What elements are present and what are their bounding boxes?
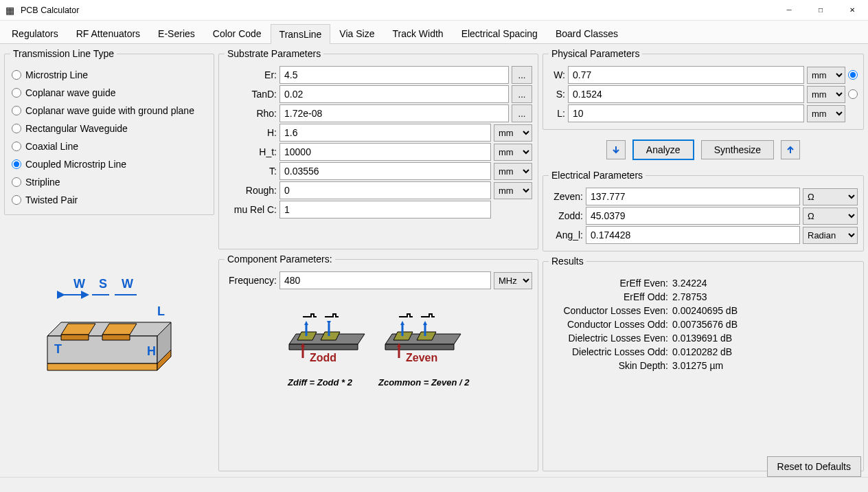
window-title: PCB Calculator [21,5,773,15]
linetype-stripline[interactable]: Stripline [10,173,208,191]
substrate-5-unit-select[interactable]: mm [494,163,532,180]
substrate-0-input[interactable] [279,66,509,84]
linetype-radio[interactable] [12,159,21,169]
electrical-1-input[interactable] [586,207,800,225]
reset-button[interactable]: Reset to Defaults [767,456,861,477]
tab-transline[interactable]: TransLine [271,24,331,44]
tab-electrical-spacing[interactable]: Electrical Spacing [453,23,547,43]
linetype-radio[interactable] [12,70,21,80]
result-0-key: ErEff Even: [549,278,672,289]
synthesize-button[interactable]: Synthesize [701,140,774,159]
svg-text:Zeven: Zeven [406,352,437,364]
minimize-button[interactable]: ─ [773,0,805,21]
svg-marker-3 [47,364,157,370]
linetype-coplanar-wave-guide-with-ground-plane[interactable]: Coplanar wave guide with ground plane [10,102,208,120]
electrical-0-unit-select[interactable]: Ω [803,188,858,205]
substrate-5-input[interactable] [279,162,491,180]
substrate-2-input[interactable] [279,104,509,122]
frequency-unit-select[interactable]: MHz [494,272,532,289]
tab-color-code[interactable]: Color Code [204,23,271,43]
linetype-radio[interactable] [12,106,21,115]
electrical-1-label: Zodd: [549,210,583,221]
analyze-button[interactable]: Analyze [632,139,694,160]
statusbar [0,477,868,492]
tab-track-width[interactable]: Track Width [383,23,452,43]
substrate-4-unit-select[interactable]: mm [494,144,532,161]
svg-marker-25 [327,321,331,325]
result-1-key: ErEff Odd: [549,291,672,302]
linetype-rectangular-waveguide[interactable]: Rectangular Waveguide [10,120,208,137]
substrate-3-label: H: [225,127,277,138]
tab-e-series[interactable]: E-Series [149,23,204,43]
substrate-4-input[interactable] [279,143,491,161]
physical-1-input[interactable] [568,85,804,103]
physical-0-unit-select[interactable]: mm [807,67,845,84]
svg-text:T: T [54,342,62,356]
physical-2-label: L: [549,108,565,119]
physical-0-radio[interactable] [848,70,858,80]
app-icon: ▦ [5,5,16,16]
line-diagram: W S W T H L [4,260,214,377]
tab-bar: RegulatorsRF AttenuatorsE-SeriesColor Co… [0,21,868,44]
substrate-6-label: Rough: [225,185,277,196]
substrate-1-input[interactable] [279,85,509,103]
substrate-5-label: T: [225,166,277,177]
result-6-key: Skin Depth: [549,360,672,371]
substrate-0-more-button[interactable]: ... [512,66,532,84]
electrical-0-input[interactable] [586,188,800,205]
linetype-coupled-microstrip-line[interactable]: Coupled Microstrip Line [10,155,208,173]
titlebar: ▦ PCB Calculator ─ □ ✕ [0,0,868,21]
linetype-microstrip-line[interactable]: Microstrip Line [10,66,208,84]
tab-rf-attenuators[interactable]: RF Attenuators [67,23,149,43]
svg-marker-36 [423,321,427,325]
physical-legend: Physical Parameters [549,48,642,59]
result-5-value: 0.0120282 dB [672,346,732,357]
frequency-input[interactable] [279,271,491,289]
electrical-parameters-group: Electrical Parameters Zeven: ΩZodd: ΩAng… [542,170,864,251]
svg-text:W: W [122,277,133,291]
close-button[interactable]: ✕ [836,0,868,21]
linetype-coaxial-line[interactable]: Coaxial Line [10,137,208,155]
substrate-2-more-button[interactable]: ... [512,104,532,122]
result-4-key: Dielectric Losses Even: [549,333,672,344]
linetype-coplanar-wave-guide[interactable]: Coplanar wave guide [10,84,208,102]
physical-2-unit-select[interactable]: mm [807,105,845,122]
physical-2-input[interactable] [568,104,804,122]
substrate-6-input[interactable] [279,181,491,199]
tab-board-classes[interactable]: Board Classes [547,23,627,43]
maximize-button[interactable]: □ [805,0,836,21]
action-row: Analyze Synthesize [542,134,864,166]
tab-via-size[interactable]: Via Size [330,23,383,43]
substrate-parameters-group: Substrate Parameters Er: ...TanD: ...Rho… [218,48,538,249]
svg-text:S: S [99,277,107,291]
electrical-2-input[interactable] [586,226,800,244]
electrical-2-unit-select[interactable]: Radian [803,227,858,244]
arrow-up-button[interactable] [781,140,800,159]
electrical-1-unit-select[interactable]: Ω [803,208,858,225]
linetype-radio[interactable] [12,195,21,205]
substrate-6-unit-select[interactable]: mm [494,182,532,199]
linetype-radio[interactable] [12,177,21,187]
component-parameters-group: Component Parameters: Frequency: MHz Zod… [218,254,538,471]
substrate-1-more-button[interactable]: ... [512,85,532,103]
substrate-7-input[interactable] [279,201,491,219]
result-2-value: 0.00240695 dB [672,305,738,316]
substrate-3-unit-select[interactable]: mm [494,124,532,142]
svg-marker-19 [289,344,358,350]
physical-0-input[interactable] [568,66,804,84]
electrical-0-label: Zeven: [549,191,583,202]
linetype-twisted-pair[interactable]: Twisted Pair [10,191,208,209]
tab-regulators[interactable]: Regulators [3,23,67,43]
physical-1-unit-select[interactable]: mm [807,86,845,103]
substrate-3-input[interactable] [279,124,491,142]
svg-text:W: W [73,277,85,291]
arrow-down-button[interactable] [606,140,626,159]
physical-1-radio[interactable] [848,89,858,99]
physical-parameters-group: Physical Parameters W: mm S: mm L: mm [542,48,864,130]
electrical-legend: Electrical Parameters [549,170,646,181]
result-3-value: 0.00735676 dB [672,319,738,330]
linetype-radio[interactable] [12,124,21,133]
linetype-radio[interactable] [12,142,21,151]
transmission-line-type-legend: Transmission Line Type [10,48,117,59]
linetype-radio[interactable] [12,88,21,98]
